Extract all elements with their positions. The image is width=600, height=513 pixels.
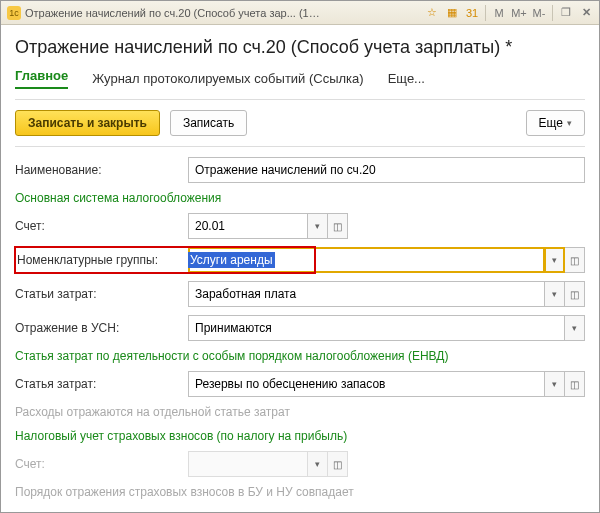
account-control	[188, 213, 585, 239]
row-name: Наименование:	[15, 157, 585, 183]
nomgroup-value-selected: Услуги аренды	[188, 252, 275, 268]
insurance-hint: Порядок отражения страховых взносов в БУ…	[15, 485, 585, 499]
titlebar: 1c Отражение начислений по сч.20 (Способ…	[1, 1, 599, 25]
account-input-wrap[interactable]	[188, 213, 308, 239]
nomgroup-open-button[interactable]	[565, 247, 585, 273]
row-ins-account: Счет:	[15, 451, 585, 477]
tax-system-header: Основная система налогообложения	[15, 191, 585, 205]
chevron-down-icon: ▾	[567, 118, 572, 128]
ins-account-label: Счет:	[15, 457, 188, 471]
ins-account-input	[189, 452, 307, 476]
tab-journal[interactable]: Журнал протоколируемых событий (Ссылка)	[92, 71, 363, 86]
name-control	[188, 157, 585, 183]
content-area: Отражение начислений по сч.20 (Способ уч…	[1, 25, 599, 512]
cost-item-label: Статья затрат:	[15, 377, 188, 391]
memory-mminus-button[interactable]: M-	[530, 4, 548, 22]
more-button[interactable]: Еще ▾	[526, 110, 585, 136]
name-input[interactable]	[189, 158, 584, 182]
nomgroup-dropdown-button[interactable]	[545, 247, 565, 273]
calendar-icon[interactable]: 31	[463, 4, 481, 22]
memory-m-button[interactable]: M	[490, 4, 508, 22]
toolbar-divider	[15, 146, 585, 147]
cost-items-input[interactable]	[189, 282, 544, 306]
window-close-button[interactable]: ✕	[577, 4, 595, 22]
account-dropdown-button[interactable]	[308, 213, 328, 239]
cost-item-input[interactable]	[189, 372, 544, 396]
usn-label: Отражение в УСН:	[15, 321, 188, 335]
cost-item-open-button[interactable]	[565, 371, 585, 397]
window-title: Отражение начислений по сч.20 (Способ уч…	[25, 7, 325, 19]
save-close-button[interactable]: Записать и закрыть	[15, 110, 160, 136]
favorite-icon[interactable]: ☆	[423, 4, 441, 22]
cost-items-open-button[interactable]	[565, 281, 585, 307]
row-cost-item: Статья затрат:	[15, 371, 585, 397]
row-usn: Отражение в УСН:	[15, 315, 585, 341]
nav-row: Главное Журнал протоколируемых событий (…	[15, 68, 585, 89]
toolbar: Записать и закрыть Записать Еще ▾	[15, 110, 585, 136]
ins-account-control	[188, 451, 585, 477]
usn-control	[188, 315, 585, 341]
nomgroup-label: Номенклатурные группы:	[15, 253, 188, 267]
page-title: Отражение начислений по сч.20 (Способ уч…	[15, 37, 585, 58]
spacer	[348, 451, 585, 477]
row-nomgroup-highlight: Номенклатурные группы: Услуги аренды	[15, 247, 315, 273]
tab-main[interactable]: Главное	[15, 68, 68, 89]
memory-mplus-button[interactable]: M+	[510, 4, 528, 22]
divider	[485, 5, 486, 21]
cost-item-dropdown-button[interactable]	[545, 371, 565, 397]
ins-account-open-button[interactable]	[328, 451, 348, 477]
ins-account-input-wrap[interactable]	[188, 451, 308, 477]
tab-more[interactable]: Еще...	[388, 71, 425, 86]
cost-item-control	[188, 371, 585, 397]
divider	[552, 5, 553, 21]
calculator-icon[interactable]: ▦	[443, 4, 461, 22]
cost-items-control	[188, 281, 585, 307]
usn-input[interactable]	[189, 316, 564, 340]
name-input-wrap[interactable]	[188, 157, 585, 183]
cost-items-input-wrap[interactable]	[188, 281, 545, 307]
spacer	[348, 213, 585, 239]
row-cost-items: Статьи затрат:	[15, 281, 585, 307]
account-input[interactable]	[189, 214, 307, 238]
nav-divider	[15, 99, 585, 100]
insurance-header: Налоговый учет страховых взносов (по нал…	[15, 429, 585, 443]
usn-dropdown-button[interactable]	[565, 315, 585, 341]
window-restore-button[interactable]: ❐	[557, 4, 575, 22]
account-open-button[interactable]	[328, 213, 348, 239]
account-label: Счет:	[15, 219, 188, 233]
more-button-label: Еще	[539, 116, 563, 130]
envd-header: Статья затрат по деятельности с особым п…	[15, 349, 585, 363]
envd-hint: Расходы отражаются на отдельной статье з…	[15, 405, 585, 419]
row-account: Счет:	[15, 213, 585, 239]
name-label: Наименование:	[15, 163, 188, 177]
titlebar-right: ☆ ▦ 31 M M+ M- ❐ ✕	[423, 4, 595, 22]
cost-items-label: Статьи затрат:	[15, 287, 188, 301]
cost-item-input-wrap[interactable]	[188, 371, 545, 397]
save-button[interactable]: Записать	[170, 110, 247, 136]
ins-account-dropdown-button[interactable]	[308, 451, 328, 477]
usn-input-wrap[interactable]	[188, 315, 565, 341]
cost-items-dropdown-button[interactable]	[545, 281, 565, 307]
app-icon: 1c	[7, 6, 21, 20]
